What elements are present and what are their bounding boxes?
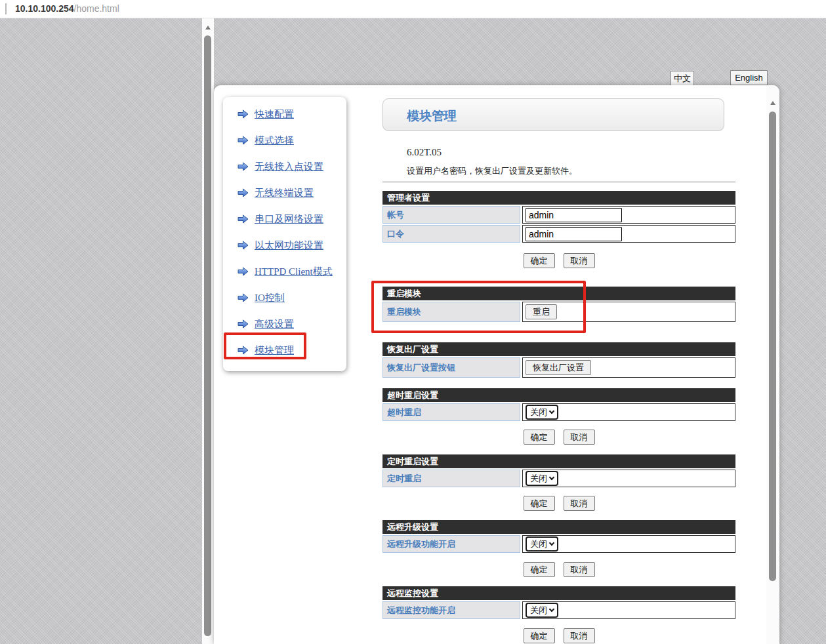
section-header: 重启模块 (382, 287, 735, 300)
arrow-right-icon (237, 214, 249, 224)
sidebar-item-label[interactable]: 以太网功能设置 (255, 239, 323, 252)
username-input[interactable] (526, 208, 622, 222)
sidebar-item-label[interactable]: 串口及网络设置 (255, 213, 323, 226)
cancel-button[interactable]: 取消 (564, 253, 595, 268)
factory-reset-label: 恢复出厂设置按钮 (382, 357, 520, 378)
factory-reset-button[interactable]: 恢复出厂设置 (526, 360, 591, 375)
remote-monitor-cell: 关闭 (522, 601, 735, 619)
table-row: 定时重启 关闭 (382, 470, 735, 487)
section-header: 远程升级设置 (382, 520, 735, 534)
password-input[interactable] (526, 227, 622, 241)
page-background: 中文 English 快速配置 模式选择 无 (0, 18, 826, 644)
table-row: 超时重启 关闭 (382, 403, 735, 421)
remote-upgrade-cell: 关闭 (522, 535, 735, 553)
section-scheduled-reboot: 定时重启设置 定时重启 关闭 (382, 454, 735, 487)
table-row: 恢复出厂设置按钮 恢复出厂设置 (382, 357, 735, 378)
selected-option: 关闭 (530, 407, 547, 418)
selected-option: 关闭 (530, 473, 547, 485)
remote-upgrade-label: 远程升级功能开启 (382, 535, 520, 553)
timeout-reboot-select[interactable]: 关闭 (526, 405, 558, 420)
outer-scrollbar-thumb[interactable] (204, 35, 211, 636)
ok-button[interactable]: 确定 (524, 430, 555, 445)
section-factory-reset: 恢复出厂设置 恢复出厂设置按钮 恢复出厂设置 (382, 342, 735, 378)
cancel-button[interactable]: 取消 (564, 628, 595, 643)
cancel-button[interactable]: 取消 (564, 496, 595, 511)
divider (382, 182, 735, 182)
table-row: 口令 (382, 225, 735, 243)
scheduled-reboot-cell: 关闭 (522, 470, 735, 487)
arrow-right-icon (237, 110, 249, 119)
sidebar-menu: 快速配置 模式选择 无线接入点设置 无线终端设置 串口及网络设置 (223, 97, 346, 371)
timeout-actions: 确定 取消 (382, 430, 735, 445)
sidebar-item-advanced[interactable]: 高级设置 (237, 317, 346, 331)
sidebar-item-label[interactable]: HTTPD Client模式 (255, 266, 333, 278)
scroll-up-icon[interactable] (770, 101, 775, 105)
url-path: /home.html (74, 3, 119, 14)
username-cell (522, 206, 735, 224)
cancel-button[interactable]: 取消 (564, 430, 595, 445)
arrow-right-icon (237, 346, 249, 355)
sidebar-item-wireless-ap[interactable]: 无线接入点设置 (237, 160, 346, 173)
password-label: 口令 (382, 225, 520, 243)
section-header: 超时重启设置 (382, 388, 735, 402)
sidebar-item-module-management[interactable]: 模块管理 (237, 344, 346, 357)
sidebar-item-wireless-sta[interactable]: 无线终端设置 (237, 186, 346, 199)
url-text[interactable]: 10.10.100.254/home.html (15, 3, 119, 14)
sidebar-item-label[interactable]: 模块管理 (255, 344, 294, 357)
ok-button[interactable]: 确定 (524, 253, 555, 268)
table-row: 重启模块 重启 (382, 302, 735, 322)
ok-button[interactable]: 确定 (524, 628, 555, 643)
reboot-label: 重启模块 (382, 302, 520, 322)
sidebar-item-io-control[interactable]: IO控制 (237, 291, 346, 304)
main-content: 模块管理 6.02T.05 设置用户名密码，恢复出厂设置及更新软件。 管理者设置… (382, 98, 735, 644)
sidebar-item-label[interactable]: 模式选择 (255, 134, 294, 147)
sidebar-item-httpd-client[interactable]: HTTPD Client模式 (237, 265, 346, 278)
page-description: 设置用户名密码，恢复出厂设置及更新软件。 (407, 165, 577, 177)
outer-scrollbar[interactable] (202, 18, 214, 644)
section-header: 管理者设置 (382, 191, 735, 205)
table-row: 帐号 (382, 206, 735, 224)
sidebar-item-label[interactable]: 高级设置 (255, 318, 294, 331)
remote-upgrade-select[interactable]: 关闭 (526, 536, 558, 552)
section-reboot-module: 重启模块 重启模块 重启 (382, 287, 735, 322)
sidebar-item-label[interactable]: 无线接入点设置 (255, 161, 323, 173)
page-title: 模块管理 (407, 108, 457, 125)
inner-scrollbar[interactable] (766, 85, 779, 644)
sidebar-item-serial-network[interactable]: 串口及网络设置 (237, 212, 346, 226)
selected-option: 关闭 (530, 605, 547, 616)
section-header: 定时重启设置 (382, 454, 735, 468)
arrow-right-icon (237, 267, 249, 276)
scheduled-reboot-label: 定时重启 (382, 470, 520, 487)
reboot-cell: 重启 (522, 302, 735, 322)
url-host: 10.10.100.254 (15, 3, 74, 14)
arrow-right-icon (237, 162, 249, 171)
sidebar-item-label[interactable]: IO控制 (255, 292, 285, 304)
sidebar-item-mode-select[interactable]: 模式选择 (237, 134, 346, 147)
sidebar-item-ethernet[interactable]: 以太网功能设置 (237, 239, 346, 252)
cancel-button[interactable]: 取消 (564, 562, 595, 577)
firmware-version: 6.02T.05 (407, 147, 442, 158)
browser-address-bar[interactable]: 10.10.100.254/home.html (0, 0, 826, 18)
language-english-button[interactable]: English (730, 70, 768, 85)
address-bar-divider (5, 3, 7, 14)
scheduled-reboot-select[interactable]: 关闭 (526, 471, 558, 486)
sidebar-item-label[interactable]: 快速配置 (255, 108, 294, 121)
timeout-reboot-cell: 关闭 (522, 403, 735, 421)
table-row: 远程升级功能开启 关闭 (382, 535, 735, 553)
ok-button[interactable]: 确定 (524, 562, 555, 577)
reboot-button[interactable]: 重启 (526, 304, 557, 319)
scroll-up-icon[interactable] (205, 26, 211, 30)
selected-option: 关闭 (530, 538, 547, 550)
arrow-right-icon (237, 188, 249, 197)
section-timeout-reboot: 超时重启设置 超时重启 关闭 (382, 388, 735, 421)
chevron-down-icon (549, 409, 554, 414)
remote-monitor-select[interactable]: 关闭 (526, 603, 558, 618)
sidebar-item-quick-config[interactable]: 快速配置 (237, 108, 346, 121)
ok-button[interactable]: 确定 (524, 496, 555, 511)
inner-scrollbar-thumb[interactable] (769, 111, 776, 581)
sidebar-item-label[interactable]: 无线终端设置 (255, 187, 314, 199)
language-chinese-button[interactable]: 中文 (671, 71, 694, 86)
monitor-actions: 确定 取消 (382, 628, 735, 643)
password-cell (522, 225, 735, 243)
chevron-down-icon (549, 475, 554, 480)
